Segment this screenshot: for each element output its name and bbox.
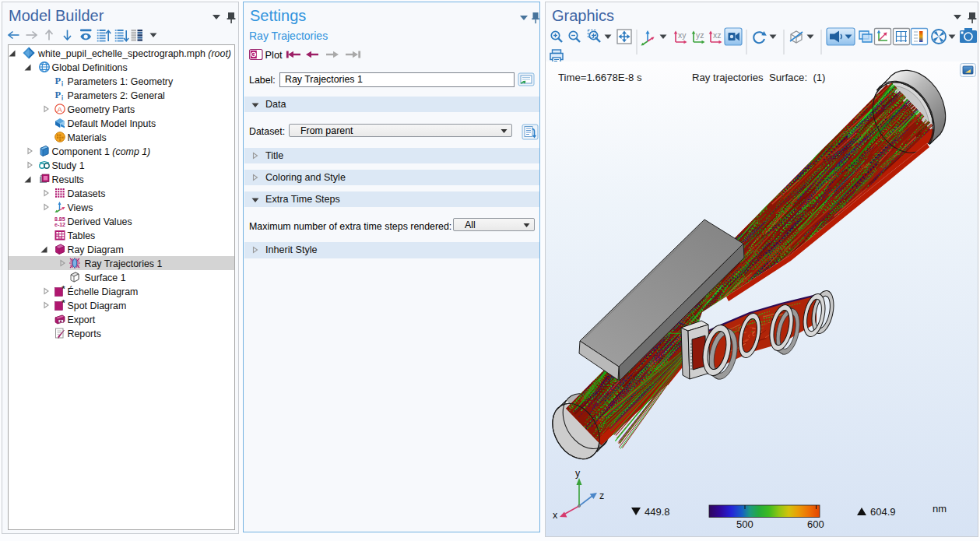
- svg-text:e-12: e-12: [54, 222, 65, 227]
- svg-text:nm: nm: [933, 503, 947, 515]
- svg-text:z: z: [599, 490, 604, 501]
- svg-text:¡: ¡: [61, 93, 63, 100]
- svg-text:*: *: [61, 299, 65, 307]
- svg-text:Time=1.6678E-8 s: Time=1.6678E-8 s: [558, 72, 642, 83]
- svg-text:500: 500: [736, 518, 753, 530]
- svg-text:8.85: 8.85: [54, 216, 65, 222]
- svg-text:P: P: [54, 90, 61, 100]
- svg-text:xy: xy: [678, 30, 687, 40]
- svg-text:x: x: [553, 510, 558, 521]
- svg-text:*: *: [61, 285, 65, 293]
- svg-text:A: A: [57, 105, 62, 114]
- svg-text:Plot: Plot: [265, 49, 283, 61]
- svg-text:P: P: [54, 76, 61, 86]
- svg-text:604.9: 604.9: [870, 506, 896, 518]
- svg-text:xz: xz: [713, 30, 722, 40]
- svg-text:600: 600: [807, 518, 824, 530]
- svg-text:¡: ¡: [61, 79, 63, 86]
- svg-text:y: y: [575, 468, 581, 479]
- svg-text:449.8: 449.8: [645, 506, 670, 518]
- svg-text:yz: yz: [696, 30, 704, 40]
- svg-text:Ray trajectories Surface: (1: Ray trajectories Surface: (1): [692, 72, 826, 83]
